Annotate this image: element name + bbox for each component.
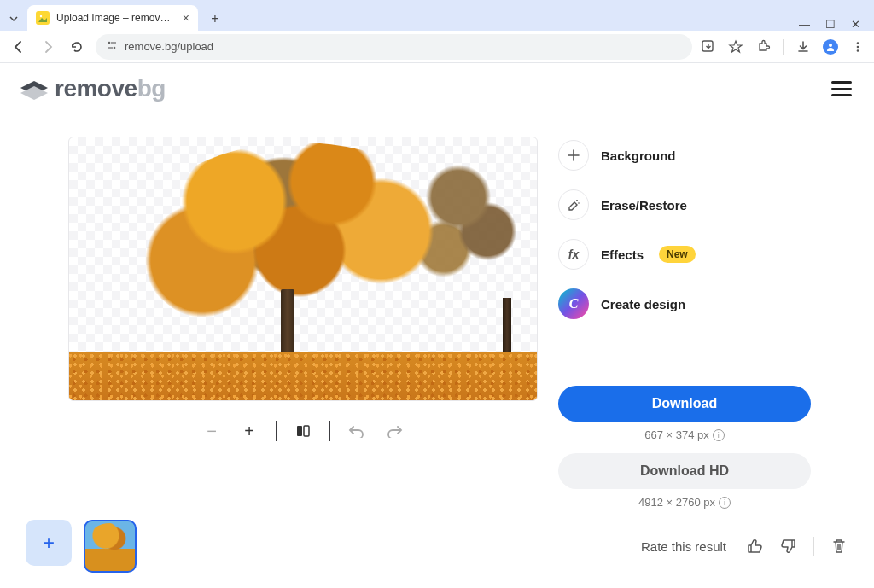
forward-button[interactable] <box>38 37 58 57</box>
image-thumbnail[interactable] <box>84 520 137 573</box>
bookmark-star-icon[interactable] <box>728 39 743 55</box>
download-hd-dimensions: 4912 × 2760 px i <box>638 496 731 509</box>
rate-label: Rate this result <box>641 539 726 554</box>
downloads-icon[interactable] <box>795 39 811 55</box>
svg-point-14 <box>578 202 580 204</box>
delete-button[interactable] <box>830 537 848 556</box>
app-header: removebg <box>0 63 874 111</box>
svg-point-7 <box>829 44 832 47</box>
profile-avatar-icon[interactable] <box>823 39 838 55</box>
address-url-text: remove.bg/upload <box>125 40 213 53</box>
separator <box>329 421 330 441</box>
svg-rect-11 <box>297 426 302 436</box>
add-image-button[interactable]: + <box>26 520 72 566</box>
svg-rect-12 <box>304 426 309 436</box>
erase-restore-label: Erase/Restore <box>601 198 687 212</box>
footer-bar: + Rate this result <box>0 520 874 573</box>
image-preview <box>68 137 538 401</box>
svg-rect-5 <box>108 47 113 48</box>
svg-rect-3 <box>111 42 116 43</box>
canva-icon: C <box>558 288 589 319</box>
chrome-menu-icon[interactable] <box>850 39 865 55</box>
back-button[interactable] <box>9 37 29 57</box>
window-maximize-icon[interactable]: ☐ <box>825 18 836 31</box>
tab-close-icon[interactable]: × <box>183 11 189 25</box>
erase-restore-tool[interactable]: Erase/Restore <box>558 186 811 224</box>
extensions-icon[interactable] <box>755 39 771 55</box>
site-settings-icon[interactable] <box>106 39 118 54</box>
browser-tab[interactable]: Upload Image – remove.bg × <box>27 5 198 31</box>
info-icon[interactable]: i <box>713 429 725 441</box>
effects-label: Effects <box>601 247 644 262</box>
undo-button[interactable] <box>346 420 368 442</box>
address-bar[interactable]: remove.bg/upload <box>96 34 692 60</box>
background-tool-label: Background <box>601 148 676 163</box>
separator <box>813 537 814 556</box>
zoom-in-button[interactable]: + <box>238 420 260 442</box>
zoom-out-button[interactable]: − <box>201 420 223 442</box>
tab-search-dropdown[interactable] <box>3 7 24 31</box>
plus-icon <box>558 140 589 171</box>
download-button[interactable]: Download <box>558 386 811 422</box>
new-tab-button[interactable]: + <box>203 7 227 31</box>
logo[interactable]: removebg <box>19 75 166 102</box>
svg-point-8 <box>857 42 859 44</box>
svg-point-10 <box>857 49 859 52</box>
effects-tool[interactable]: fx Effects New <box>558 236 811 273</box>
install-app-icon[interactable] <box>701 39 716 55</box>
svg-point-9 <box>857 45 859 48</box>
download-dimensions: 667 × 374 px i <box>644 428 725 441</box>
thumbs-down-button[interactable] <box>779 537 798 556</box>
image-toolbar: − + <box>201 420 405 442</box>
reload-button[interactable] <box>67 37 87 57</box>
svg-point-1 <box>40 15 42 17</box>
svg-point-13 <box>576 200 578 201</box>
background-tool[interactable]: Background <box>558 137 811 174</box>
separator <box>276 421 277 441</box>
create-design-label: Create design <box>601 297 685 311</box>
effects-fx-icon: fx <box>558 239 589 270</box>
compare-toggle-icon[interactable] <box>292 420 314 442</box>
info-icon[interactable]: i <box>719 497 731 509</box>
menu-hamburger-icon[interactable] <box>831 81 852 96</box>
browser-toolbar: remove.bg/upload <box>0 31 874 63</box>
download-hd-button[interactable]: Download HD <box>558 453 811 489</box>
window-minimize-icon[interactable]: — <box>799 18 810 31</box>
svg-rect-6 <box>702 41 713 51</box>
tab-favicon-icon <box>36 11 50 25</box>
new-badge: New <box>659 246 696 263</box>
result-image <box>69 137 537 400</box>
redo-button[interactable] <box>383 420 405 442</box>
svg-point-4 <box>114 47 116 49</box>
logo-mark-icon <box>19 78 46 100</box>
create-design-tool[interactable]: C Create design <box>558 285 811 323</box>
window-controls: — ☐ ✕ <box>799 18 867 31</box>
tab-title: Upload Image – remove.bg <box>56 12 176 24</box>
window-close-icon[interactable]: ✕ <box>851 18 860 31</box>
logo-text: removebg <box>55 75 166 102</box>
browser-tab-strip: Upload Image – remove.bg × + — ☐ ✕ <box>0 0 874 31</box>
erase-icon <box>558 189 589 220</box>
svg-point-2 <box>108 42 111 44</box>
thumbs-up-button[interactable] <box>745 537 764 556</box>
